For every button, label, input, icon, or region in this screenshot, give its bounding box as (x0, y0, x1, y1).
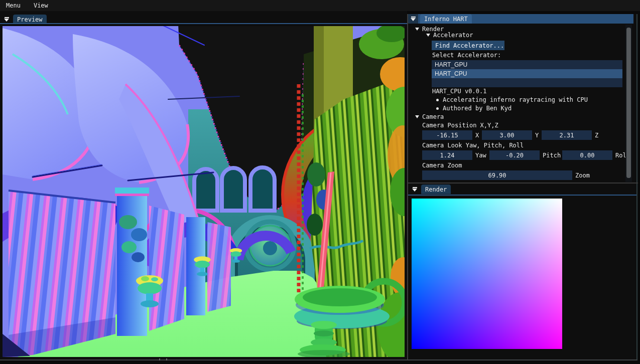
menu-bar: Menu View (0, 0, 640, 11)
tree-expand-icon (415, 115, 419, 118)
bullet-icon (436, 107, 439, 110)
preview-render-image (3, 24, 405, 357)
accelerator-option-hart-gpu[interactable]: HART_GPU (432, 60, 622, 69)
tab-render[interactable]: Render (421, 185, 451, 194)
accelerator-info-bullet: Accelerating inferno raytracing with CPU (436, 96, 588, 103)
camera-roll-input[interactable]: 0.00 (562, 150, 612, 160)
render-tab-bar: Render (410, 185, 451, 194)
tree-node-accelerator[interactable]: Accelerator (426, 32, 473, 39)
tree-node-label: Accelerator (433, 32, 473, 39)
camera-position-x-input[interactable]: -16.15 (422, 130, 472, 140)
scrollbar-handle[interactable] (626, 28, 631, 178)
menu-item-view[interactable]: View (32, 1, 50, 10)
render-result-gradient-image (412, 199, 562, 349)
camera-zoom-label: Camera Zoom (422, 162, 462, 169)
menu-item-menu[interactable]: Menu (4, 1, 23, 10)
render-tab-underline (408, 195, 636, 196)
accelerator-info-bullet: Authored by Ben Kyd (436, 105, 511, 112)
axis-label-y: Y (535, 130, 539, 140)
collapse-window-icon[interactable] (410, 185, 419, 194)
accelerator-option-empty (432, 78, 622, 87)
axis-label-yaw: Yaw (475, 150, 486, 160)
tree-node-label: Camera (422, 113, 444, 120)
window-right-border (636, 14, 637, 360)
accelerator-listbox: HART_GPU HART_CPU (432, 60, 622, 87)
camera-look-label: Camera Look Yaw, Pitch, Roll (422, 142, 524, 149)
collapse-window-icon[interactable] (408, 14, 418, 24)
camera-position-y-input[interactable]: 3.00 (482, 130, 532, 140)
bullet-icon (436, 99, 439, 101)
tab-inferno-hart[interactable]: Inferno HART (420, 14, 472, 24)
bullet-text: Authored by Ben Kyd (443, 105, 511, 112)
axis-label-pitch: Pitch (543, 150, 561, 160)
axis-label-roll: Roll (615, 150, 626, 160)
scrollbar-track[interactable] (625, 25, 632, 182)
bullet-text: Accelerating inferno raytracing with CPU (443, 96, 588, 103)
select-accelerator-label: Select Accelerator: (432, 52, 501, 59)
camera-zoom-input[interactable]: 69.90 (422, 170, 572, 180)
accelerator-option-hart-cpu[interactable]: HART_CPU (432, 69, 622, 78)
camera-yaw-input[interactable]: 1.24 (422, 150, 472, 160)
gradient-red-channel-overlay (412, 199, 562, 349)
camera-pitch-input[interactable]: -0.20 (489, 150, 540, 160)
inspector-tab-bar: Inferno HART (408, 14, 633, 24)
axis-label-x: X (475, 130, 479, 140)
tree-expand-icon (415, 28, 419, 31)
app-bottom-strip (0, 360, 640, 364)
tree-node-camera[interactable]: Camera (415, 113, 444, 120)
preview-window: Preview (0, 11, 407, 360)
camera-position-z-input[interactable]: 2.31 (542, 130, 592, 140)
tree-expand-icon (426, 34, 430, 37)
axis-label-z: Z (595, 130, 598, 140)
axis-label-zoom: Zoom (575, 170, 590, 180)
find-accelerator-button[interactable]: Find Accelerator... (432, 41, 504, 50)
preview-viewport[interactable] (3, 24, 405, 357)
camera-position-label: Camera Position X,Y,Z (422, 122, 498, 129)
accelerator-info-title: HART_CPU v0.0.1 (432, 88, 486, 95)
